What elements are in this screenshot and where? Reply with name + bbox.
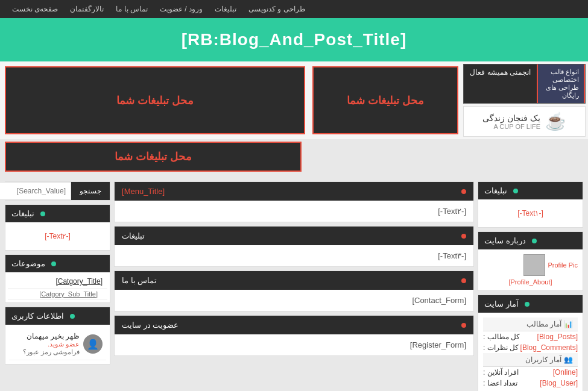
user-info-widget: اطلاعات کاربری 👤 ظهر بخیر میهمان عضو شوی… [5,307,110,364]
green-dot-user [70,314,75,319]
right-ads-body: [-Text۲-] [5,222,110,250]
section-ads: تبلیغات [-Text۳-] [114,226,474,267]
section-contact: تماس با ما [Contact_Form] [114,271,474,311]
orange-dot-icon [461,189,466,194]
header-banner: [RB:Blog_And_Post_Title] [0,18,588,61]
nav-ads[interactable]: تبلیغات [215,5,236,13]
nav-contact[interactable]: تماس با ما [116,5,148,13]
about-widget: درباره سایت Profile Pic [Profile_About] [478,231,583,291]
right-sidebar: جستجو تبلیغات [-Text۲-] موضوعات [Catgory… [5,181,110,391]
left-ads-widget: تبلیغات [-Text۱-] [478,181,583,228]
section4-body: [Register_Form] [115,334,473,355]
nav-design[interactable]: طراحی و کدنویسی [248,5,306,13]
stats-online-label: افراد آنلاین : [483,368,519,377]
stats-users-section: 👥 آمار کاربران [483,353,578,367]
topics-body: [Catgory_Title] [Catgory_Sub_Title] [5,272,110,302]
left-sidebar: تبلیغات [-Text۱-] درباره سایت Profile Pi… [478,181,583,391]
user-forgot[interactable]: فراموشی رمز عبور؟ [23,348,80,356]
search-button[interactable]: جستجو [71,182,110,200]
user-details: ظهر بخیر میهمان عضو شوید. فراموشی رمز عب… [23,332,80,356]
profile-pic [523,254,545,276]
green-dot-icon-3 [525,302,530,307]
section2-header: تبلیغات [115,227,473,245]
section4-form: [Register_Form] [410,340,466,349]
section1-header: [Menu_Title] [115,182,473,201]
section2-title: تبلیغات [122,231,145,240]
stats-comments-row: [Blog_Comments] کل نظرات : [483,342,578,353]
user-avatar: 👤 [83,334,103,354]
green-dot-topics [51,261,56,266]
section3-title: تماس با ما [122,276,157,285]
user-info-header: اطلاعات کاربری [5,307,110,325]
section1-title: [Menu_Title] [122,187,165,196]
search-row: جستجو [5,182,110,200]
stats-comments-label: کل نظرات : [483,343,519,352]
stats-posts-section: 📊 آمار مطالب [483,317,578,331]
stats-members-label: تعداد اعضا : [483,379,517,387]
green-dot-right-ads [40,211,45,216]
topics-widget: موضوعات [Catgory_Title] [Catgory_Sub_Tit… [5,254,110,303]
orange-dot-icon-3 [461,278,466,283]
person-icon: 👤 [87,339,99,350]
left-ads-header: تبلیغات [478,182,583,199]
top-ads-row: انواع قالب اختصاصی طراحی های رایگان انجم… [0,61,588,139]
nav-forum[interactable]: تالارگفتمان [70,5,104,13]
stats-members-row: [Blog_User] تعداد اعضا : [483,378,578,389]
section2-text: [-Text۳-] [438,251,466,260]
left-ads-body: [-Text۱-] [478,199,583,227]
left-ads-text: [-Text۱-] [483,204,578,222]
nav-home[interactable]: صفحه‌ی نخست [12,5,58,13]
about-body: Profile Pic [Profile_About] [478,249,583,290]
section3-form: [Contact_Form] [412,296,466,305]
section4-title: عضویت در سایت [122,321,179,330]
top-navigation: طراحی و کدنویسی تبلیغات ورود / عضویت تما… [0,0,588,18]
stats-body: 📊 آمار مطالب [Blog_Posts] کل مطالب : [Bl… [478,313,583,391]
section3-header: تماس با ما [115,271,473,290]
section-register: عضویت در سایت [Register_Form] [114,315,474,356]
forum-ad-sub: طراحی های رایگان [543,84,579,99]
cat-title-link[interactable]: [Catgory_Title] [8,275,107,289]
right-ads-text: [-Text۲-] [10,227,105,245]
cup-line2: A CUP OF LIFE [482,123,540,130]
second-ad-right: محل تبلیغات شما [5,142,302,172]
stats-online-row: [Online] افراد آنلاین : [483,367,578,378]
search-input[interactable] [0,182,71,200]
about-header: درباره سایت [478,232,583,249]
search-widget: جستجو [5,181,110,201]
section3-body: [Contact_Form] [115,290,473,311]
center-content: [Menu_Title] [-Text۲-] تبلیغات [-Text۳-]… [114,181,474,391]
topics-header: موضوعات [5,255,110,272]
orange-dot-icon-2 [461,234,466,239]
stats-online-value: [Online] [553,368,578,377]
main-layout: تبلیغات [-Text۱-] درباره سایت Profile Pi… [0,177,588,391]
user-greeting: ظهر بخیر میهمان [23,332,80,340]
profile-about: [Profile_About] [483,278,578,286]
cat-sub-link[interactable]: [Catgory_Sub_Title] [8,289,107,300]
cup-icon: ☕ [545,111,566,131]
right-ads-widget: تبلیغات [-Text۲-] [5,204,110,251]
cup-line1: یک فنجان زندگی [482,113,540,123]
site-title: [RB:Blog_And_Post_Title] [12,30,576,49]
stats-posts-label: کل مطالب : [483,333,520,341]
stats-header: آمار سایت [478,295,583,313]
stats-posts-row: [Blog_Posts] کل مطالب : [483,331,578,342]
right-ads-header: تبلیغات [5,205,110,222]
profile-pic-label: Profile Pic [548,261,578,269]
section4-header: عضویت در سایت [115,316,473,334]
orange-dot-icon-4 [461,323,466,328]
cup-ad: ☕ یک فنجان زندگی A CUP OF LIFE [463,106,586,137]
user-action[interactable]: عضو شوید. [23,340,80,348]
nav-login[interactable]: ورود / عضویت [160,5,203,13]
green-dot-icon-2 [532,239,537,243]
green-dot-icon [513,189,518,193]
user-info-body: 👤 ظهر بخیر میهمان عضو شوید. فراموشی رمز … [5,325,110,364]
top-ad-right: محل تبلیغات شما [5,66,305,134]
forum-ad-text: انجمنی همیشه فعال [470,68,531,77]
user-row: 👤 ظهر بخیر میهمان عضو شوید. فراموشی رمز … [9,328,106,360]
stats-members-value: [Blog_User] [540,379,578,387]
section-menu-title: [Menu_Title] [-Text۲-] [114,181,474,222]
section1-text: [-Text۲-] [438,207,466,216]
section1-body: [-Text۲-] [115,201,473,222]
stats-comments-value: [Blog_Comments] [520,343,578,352]
stats-posts-value: [Blog_Posts] [537,333,578,341]
